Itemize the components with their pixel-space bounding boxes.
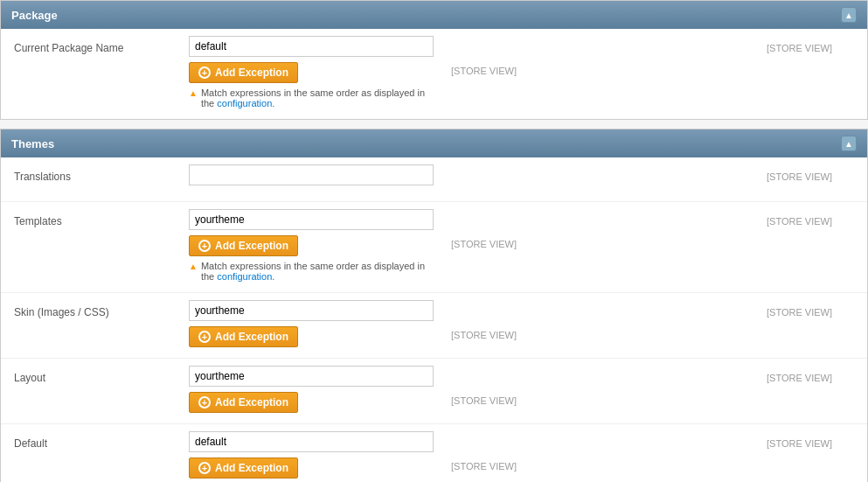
plus-icon: + bbox=[198, 66, 211, 79]
package-section-title: Package bbox=[11, 9, 58, 22]
skin-label: Skin (Images / CSS) bbox=[14, 303, 189, 318]
package-collapse-button[interactable]: ▲ bbox=[841, 7, 857, 23]
themes-section: Themes ▲ Translations [STORE VIEW] Templ… bbox=[0, 129, 868, 482]
templates-add-exception-label: Add Exception bbox=[215, 240, 288, 252]
skin-add-exception-label: Add Exception bbox=[215, 331, 288, 343]
templates-label: Templates bbox=[14, 212, 189, 227]
skin-add-exception-button[interactable]: + Add Exception bbox=[189, 326, 298, 347]
current-package-store-view-1[interactable]: [STORE VIEW] bbox=[767, 39, 854, 53]
templates-content bbox=[189, 209, 749, 230]
default-extra: + Add Exception [STORE VIEW] bbox=[14, 458, 854, 479]
triangle-icon: ▲ bbox=[189, 88, 198, 98]
templates-match-note: ▲ Match expressions in the same order as… bbox=[189, 261, 434, 282]
layout-group: Layout [STORE VIEW] + Add Exception [STO… bbox=[1, 359, 867, 424]
templates-store-view-2[interactable]: [STORE VIEW] bbox=[451, 235, 538, 249]
layout-row: Layout [STORE VIEW] bbox=[14, 366, 854, 387]
templates-group: Templates [STORE VIEW] + Add Exception ▲ bbox=[1, 202, 867, 293]
translations-label: Translations bbox=[14, 167, 189, 183]
themes-collapse-icon: ▲ bbox=[844, 139, 853, 149]
templates-input[interactable] bbox=[189, 209, 434, 230]
skin-store-view-2[interactable]: [STORE VIEW] bbox=[451, 326, 538, 340]
skin-content bbox=[189, 300, 749, 321]
templates-triangle-icon: ▲ bbox=[189, 262, 198, 271]
skin-input[interactable] bbox=[189, 300, 434, 321]
default-store-view-2[interactable]: [STORE VIEW] bbox=[451, 458, 538, 472]
layout-store-view-2[interactable]: [STORE VIEW] bbox=[451, 392, 538, 406]
default-group: Default [STORE VIEW] + Add Exception [ST… bbox=[1, 424, 867, 482]
default-row: Default [STORE VIEW] bbox=[14, 431, 854, 452]
templates-extra: + Add Exception ▲ Match expressions in t… bbox=[14, 235, 854, 282]
current-package-name-input[interactable] bbox=[189, 36, 434, 57]
skin-store-view-1[interactable]: [STORE VIEW] bbox=[767, 304, 854, 318]
package-section: Package ▲ Current Package Name [STORE VI… bbox=[0, 0, 868, 120]
current-package-extra: + Add Exception ▲ Match expressions in t… bbox=[14, 62, 854, 108]
add-exception-label: Add Exception bbox=[215, 66, 288, 79]
default-add-exception-label: Add Exception bbox=[215, 462, 288, 474]
collapse-icon: ▲ bbox=[844, 10, 853, 20]
templates-add-exception-button[interactable]: + Add Exception bbox=[189, 235, 298, 256]
layout-plus-icon: + bbox=[198, 396, 211, 409]
package-match-note: ▲ Match expressions in the same order as… bbox=[189, 87, 434, 108]
current-package-name-content bbox=[189, 36, 749, 57]
note-config-link[interactable]: configuration. bbox=[217, 98, 274, 108]
default-input[interactable] bbox=[189, 431, 434, 452]
layout-label: Layout bbox=[14, 368, 189, 384]
default-plus-icon: + bbox=[198, 462, 211, 474]
layout-input[interactable] bbox=[189, 366, 434, 387]
default-label: Default bbox=[14, 434, 189, 450]
templates-store-view-1[interactable]: [STORE VIEW] bbox=[767, 213, 854, 227]
default-store-view-1[interactable]: [STORE VIEW] bbox=[767, 435, 854, 449]
themes-collapse-button[interactable]: ▲ bbox=[841, 136, 857, 151]
skin-plus-icon: + bbox=[198, 331, 211, 343]
skin-extra: + Add Exception [STORE VIEW] bbox=[14, 326, 854, 347]
templates-row: Templates [STORE VIEW] bbox=[14, 209, 854, 230]
package-section-header: Package ▲ bbox=[1, 1, 867, 29]
templates-plus-icon: + bbox=[198, 240, 211, 252]
themes-section-body: Translations [STORE VIEW] Templates [STO… bbox=[1, 157, 867, 482]
templates-note-link[interactable]: configuration. bbox=[217, 271, 274, 282]
themes-section-title: Themes bbox=[11, 137, 54, 150]
current-package-name-group: Current Package Name [STORE VIEW] + Add … bbox=[1, 29, 867, 119]
layout-store-view-1[interactable]: [STORE VIEW] bbox=[767, 369, 854, 383]
package-section-body: Current Package Name [STORE VIEW] + Add … bbox=[1, 29, 867, 119]
default-content bbox=[189, 431, 749, 452]
translations-store-view[interactable]: [STORE VIEW] bbox=[767, 168, 854, 182]
skin-group: Skin (Images / CSS) [STORE VIEW] + Add E… bbox=[1, 293, 867, 359]
layout-add-exception-label: Add Exception bbox=[215, 396, 288, 409]
translations-group: Translations [STORE VIEW] bbox=[1, 157, 867, 202]
translations-row: Translations [STORE VIEW] bbox=[14, 164, 854, 185]
current-package-name-row: Current Package Name [STORE VIEW] bbox=[14, 36, 854, 57]
layout-content bbox=[189, 366, 749, 387]
translations-content bbox=[189, 164, 749, 185]
skin-row: Skin (Images / CSS) [STORE VIEW] bbox=[14, 300, 854, 321]
translations-input[interactable] bbox=[189, 164, 434, 185]
default-add-exception-button[interactable]: + Add Exception bbox=[189, 458, 298, 479]
current-package-store-view-2[interactable]: [STORE VIEW] bbox=[451, 62, 538, 76]
themes-section-header: Themes ▲ bbox=[1, 129, 867, 157]
layout-extra: + Add Exception [STORE VIEW] bbox=[14, 392, 854, 413]
current-package-name-label: Current Package Name bbox=[14, 38, 189, 54]
layout-add-exception-button[interactable]: + Add Exception bbox=[189, 392, 298, 413]
package-add-exception-button[interactable]: + Add Exception bbox=[189, 62, 298, 83]
